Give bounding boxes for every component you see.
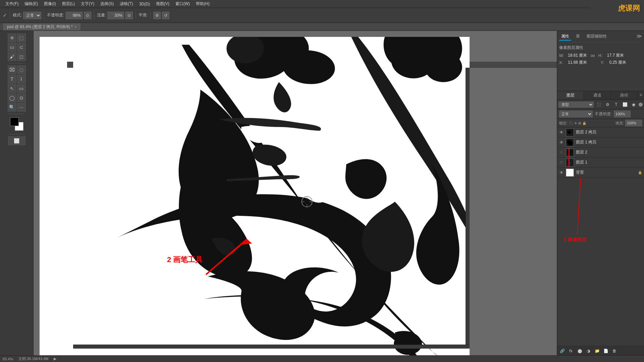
color-swatch-area[interactable] xyxy=(10,117,23,131)
w-value: 18.61 厘米 xyxy=(568,53,587,58)
w-label: W: xyxy=(559,53,566,58)
lock-artboard-icon[interactable]: ⊞ xyxy=(578,121,581,125)
layers-fill-input[interactable] xyxy=(625,120,642,126)
blend-mode-select[interactable]: 正常 xyxy=(559,111,593,117)
tab-library[interactable]: 库 xyxy=(574,33,582,41)
layer-filter-adjust-icon[interactable]: ⚙ xyxy=(604,101,611,108)
rect-select-tool[interactable]: ▭ xyxy=(8,43,16,52)
path-tool[interactable]: ⌇ xyxy=(17,75,26,83)
menu-item-image[interactable]: 图像(I) xyxy=(41,0,58,7)
lock-label: 锁定: xyxy=(559,121,568,126)
layer-item-5[interactable]: 👁 背景 🔒 xyxy=(557,168,644,178)
lasso-tool[interactable]: ⊂ xyxy=(17,43,26,52)
menu-item-3d[interactable]: 3D(D) xyxy=(137,1,153,7)
tab-layers[interactable]: 图层 xyxy=(557,91,584,100)
tool-separator-1 xyxy=(8,63,25,63)
fill-label: 填充: xyxy=(615,121,624,126)
status-arrow[interactable]: ▶ xyxy=(54,357,56,361)
zoom-tool[interactable]: 🔍 xyxy=(8,103,16,112)
history-brush-tool[interactable]: ◌ xyxy=(17,65,26,74)
layer-item-4[interactable]: 👁 图层 1 xyxy=(557,158,644,168)
layer-filter-toggle[interactable] xyxy=(639,103,643,107)
tab-properties[interactable]: 属性 xyxy=(559,33,571,41)
layer-link-icon[interactable]: 🔗 xyxy=(558,347,566,355)
artboard-tool[interactable]: ⬚ xyxy=(17,34,26,42)
quick-mask-tool[interactable]: ⬜ xyxy=(8,136,25,145)
opacity-toggle-icon[interactable]: ⊙ xyxy=(84,12,91,19)
lock-all-icon[interactable]: 🔒 xyxy=(582,121,586,125)
layer-fx-icon[interactable]: fx xyxy=(567,347,575,355)
direct-select-tool[interactable]: ↖ xyxy=(8,84,16,93)
menu-item-select[interactable]: 选择(S) xyxy=(98,0,116,7)
layer-filter-pixel-icon[interactable]: ⬛ xyxy=(595,101,602,108)
shape-tool[interactable]: ▭ xyxy=(17,84,26,93)
layer-item-3[interactable]: 👁 图层 2 xyxy=(557,147,644,158)
layer-vis-3[interactable]: 👁 xyxy=(559,150,564,155)
menu-item-edit[interactable]: 编辑(E) xyxy=(22,0,41,7)
lock-pixel-icon[interactable]: ⬛ xyxy=(569,121,573,125)
layer-delete-icon[interactable]: 🗑 xyxy=(611,347,618,355)
layer-thumb-1 xyxy=(566,128,574,136)
layer-adjust-icon[interactable]: ◑ xyxy=(585,347,592,355)
logo-text: 虎课网 xyxy=(618,3,640,13)
layer-filter-smartobj-icon[interactable]: ◉ xyxy=(630,101,637,108)
eraser-tool[interactable]: ◻ xyxy=(17,52,26,61)
tab-layer-assist[interactable]: 图层辅助性 xyxy=(585,33,609,41)
tab-close-button[interactable]: × xyxy=(75,25,77,29)
menu-item-view[interactable]: 视图(V) xyxy=(153,0,172,7)
tab-channels[interactable]: 通道 xyxy=(584,91,611,100)
extra-tools[interactable]: ··· xyxy=(17,103,26,112)
brush-settings-icon[interactable]: ⚙ xyxy=(153,12,161,19)
layer-kind-select[interactable]: 类型 xyxy=(558,102,594,108)
lock-position-icon[interactable]: ✛ xyxy=(574,121,577,125)
layer-mask-icon[interactable]: ⬤ xyxy=(576,347,583,355)
layers-panel-tabs: 图层 通道 路径 ≡ xyxy=(557,91,644,100)
flow-input[interactable] xyxy=(107,12,124,19)
layer-vis-1[interactable]: 👁 xyxy=(559,130,564,135)
statusbar: 83.4% 文档:36.1M/43.4M ▶ xyxy=(0,355,644,362)
layer-filter-shape-icon[interactable]: ⬜ xyxy=(621,101,629,108)
tool-row-3: 🖌 ◻ xyxy=(8,52,26,61)
menu-item-text[interactable]: 文字(Y) xyxy=(78,0,97,7)
menu-item-layer[interactable]: 图层(L) xyxy=(59,0,78,7)
layer-vis-5[interactable]: 👁 xyxy=(559,170,564,175)
3d-rotate-tool[interactable]: ⊙ xyxy=(17,94,26,102)
layer-new-icon[interactable]: 📄 xyxy=(602,347,609,355)
layer-vis-4[interactable]: 👁 xyxy=(559,160,564,165)
tab-paths[interactable]: 路径 xyxy=(611,91,638,100)
brush-extra-icon[interactable]: ↺ xyxy=(162,12,169,19)
layer-item-2[interactable]: 👁 图层 1 拷贝 xyxy=(557,137,644,147)
stamp-tool[interactable]: ⌧ xyxy=(8,65,16,74)
mode-select[interactable]: 正常 xyxy=(23,12,41,19)
layer-filter-text-icon[interactable]: T xyxy=(612,101,620,108)
layers-panel-menu-icon[interactable]: ≡ xyxy=(638,91,644,100)
horizontal-scrollbar[interactable] xyxy=(73,345,470,349)
eyedropper-tool[interactable]: ◯ xyxy=(8,94,16,102)
menu-item-filter[interactable]: 滤镜(T) xyxy=(117,0,136,7)
vertical-scrollbar[interactable] xyxy=(466,68,470,345)
properties-panel: 属性 库 图层辅助性 ≫ 像素图层属性 W: 18.61 厘米 oo H: 17… xyxy=(557,31,644,91)
menu-item-window[interactable]: 窗口(W) xyxy=(173,0,193,7)
tool-row-1: ✛ ⬚ xyxy=(8,34,26,42)
layer-list: 👁 图层 2 拷贝 👁 图层 1 拷贝 👁 xyxy=(557,127,644,346)
layers-opacity-input[interactable] xyxy=(614,111,631,117)
panel-expand-icon[interactable]: ≫ xyxy=(636,33,642,41)
document-tab[interactable]: psd @ 83.4% (图层 2 拷贝, RGB/8) * × xyxy=(3,23,81,31)
h-label: H: xyxy=(598,53,605,58)
menu-item-file[interactable]: 文件(F) xyxy=(3,0,21,7)
layer-thumb-2 xyxy=(566,138,574,146)
text-tool[interactable]: T xyxy=(8,75,16,83)
foreground-color-swatch[interactable] xyxy=(10,117,19,126)
layer-vis-2[interactable]: 👁 xyxy=(559,140,564,145)
flow-toggle-icon[interactable]: ⊙ xyxy=(125,12,133,19)
layer-group-icon[interactable]: 📁 xyxy=(593,347,601,355)
move-tool[interactable]: ✛ xyxy=(8,34,16,42)
layer-item-1[interactable]: 👁 图层 2 拷贝 xyxy=(557,127,644,137)
menu-item-help[interactable]: 帮助(H) xyxy=(193,0,212,7)
opacity-input[interactable] xyxy=(66,12,83,19)
brush-tool active[interactable]: 🖌 xyxy=(8,52,16,61)
tool-separator-3 xyxy=(8,134,25,134)
canvas-document[interactable]: 2 画笔工具 xyxy=(40,37,470,355)
annotation-new-layer-text: 1 新建图层 xyxy=(564,237,587,242)
opacity-label: 不透明度: xyxy=(47,12,64,18)
